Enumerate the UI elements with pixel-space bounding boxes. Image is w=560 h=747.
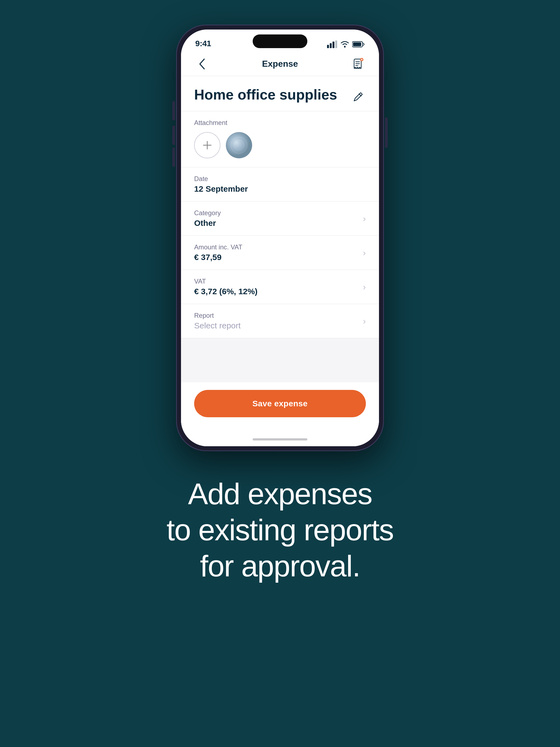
vat-label: VAT <box>194 278 358 285</box>
svg-rect-3 <box>335 41 337 48</box>
svg-point-17 <box>226 132 252 158</box>
vat-content: VAT € 3,72 (6%, 12%) <box>194 278 358 296</box>
attachment-label: Attachment <box>194 119 366 127</box>
nav-bar: Expense <box>181 52 379 76</box>
tagline-line1: Add expenses <box>188 477 372 511</box>
svg-rect-1 <box>330 43 332 48</box>
svg-line-14 <box>359 94 361 96</box>
vat-row[interactable]: VAT € 3,72 (6%, 12%) › <box>181 270 379 304</box>
content-area: Home office supplies Attachment <box>181 76 379 446</box>
status-time: 9:41 <box>195 39 211 48</box>
svg-point-4 <box>344 46 346 48</box>
home-bar <box>253 438 307 440</box>
date-value: 12 September <box>194 184 366 194</box>
expense-title: Home office supplies <box>194 87 351 103</box>
tagline-text: Add expenses to existing reports for app… <box>167 476 393 584</box>
home-indicator <box>181 433 379 446</box>
svg-rect-6 <box>353 42 361 46</box>
edit-button[interactable] <box>351 89 366 104</box>
amount-label: Amount inc. VAT <box>194 243 358 251</box>
vat-chevron: › <box>363 282 366 292</box>
expense-header: Home office supplies <box>181 76 379 111</box>
status-icons <box>327 41 365 48</box>
category-value: Other <box>194 218 358 228</box>
dynamic-island <box>253 34 307 48</box>
report-content: Report Select report <box>194 312 358 330</box>
battery-icon <box>352 41 365 48</box>
status-bar: 9:41 <box>181 29 379 52</box>
date-row: Date 12 September <box>181 168 379 202</box>
category-chevron: › <box>363 213 366 224</box>
date-content: Date 12 September <box>194 175 366 194</box>
phone-mockup: 9:41 <box>176 25 384 451</box>
add-attachment-button[interactable] <box>194 132 221 158</box>
report-chevron: › <box>363 316 366 326</box>
receipt-button[interactable] <box>351 56 366 72</box>
attachment-section: Attachment <box>181 111 379 168</box>
save-button-wrapper: Save expense <box>181 382 379 433</box>
amount-value: € 37,59 <box>194 253 358 262</box>
signal-icon <box>327 41 337 48</box>
wifi-icon <box>340 41 350 48</box>
amount-chevron: › <box>363 248 366 258</box>
tagline-line2: to existing reports <box>167 513 393 547</box>
tagline-line3: for approval. <box>200 549 360 583</box>
report-value: Select report <box>194 321 358 330</box>
back-button[interactable] <box>194 56 209 72</box>
attachment-thumbnail[interactable] <box>226 132 252 158</box>
report-row[interactable]: Report Select report › <box>181 304 379 338</box>
save-expense-button[interactable]: Save expense <box>194 390 366 417</box>
svg-rect-0 <box>327 45 329 48</box>
tagline: Add expenses to existing reports for app… <box>139 476 421 584</box>
attachment-row <box>194 132 366 158</box>
phone-screen: 9:41 <box>181 29 379 446</box>
category-label: Category <box>194 209 358 217</box>
vat-value: € 3,72 (6%, 12%) <box>194 287 358 296</box>
amount-content: Amount inc. VAT € 37,59 <box>194 243 358 262</box>
nav-title: Expense <box>262 59 298 69</box>
category-row[interactable]: Category Other › <box>181 202 379 236</box>
amount-row[interactable]: Amount inc. VAT € 37,59 › <box>181 236 379 270</box>
report-label: Report <box>194 312 358 319</box>
date-label: Date <box>194 175 366 183</box>
category-content: Category Other <box>194 209 358 228</box>
content-spacer <box>181 338 379 382</box>
svg-rect-2 <box>332 42 334 48</box>
